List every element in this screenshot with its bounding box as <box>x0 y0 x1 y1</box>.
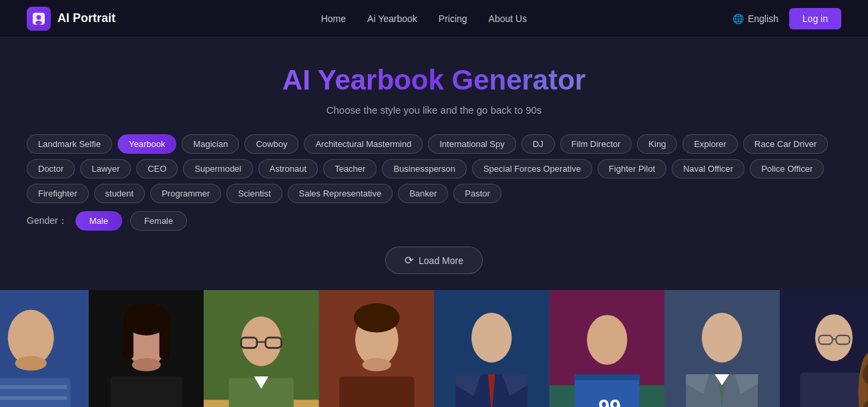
svg-point-32 <box>471 313 511 362</box>
language-label: English <box>748 13 779 24</box>
style-doctor[interactable]: Doctor <box>27 159 75 178</box>
style-sales-representative[interactable]: Sales Representative <box>288 184 393 203</box>
page-title: AI Yearbook Generator <box>27 64 841 96</box>
style-banker[interactable]: Banker <box>398 184 448 203</box>
language-button[interactable]: 🌐 English <box>732 13 779 24</box>
load-more-container: ⟳ Load More <box>27 247 841 274</box>
svg-point-29 <box>353 303 399 333</box>
svg-point-6 <box>15 356 47 371</box>
svg-rect-8 <box>0 396 67 400</box>
svg-point-1 <box>37 15 41 19</box>
nav-home[interactable]: Home <box>321 13 346 24</box>
logo-text: AI Portrait <box>57 11 116 25</box>
login-button[interactable]: Log in <box>789 8 841 29</box>
style-teacher[interactable]: Teacher <box>323 159 377 178</box>
photo-card-2[interactable] <box>89 290 204 407</box>
svg-point-28 <box>362 358 391 372</box>
gender-male[interactable]: Male <box>75 211 122 231</box>
svg-point-13 <box>132 358 160 372</box>
load-more-label: Load More <box>419 255 463 266</box>
photo-card-7[interactable] <box>664 290 780 407</box>
nav-right: 🌐 English Log in <box>732 8 841 29</box>
nav-ai-yearbook[interactable]: Ai Yearbook <box>367 13 417 24</box>
style-businessperson[interactable]: Businessperson <box>382 159 467 178</box>
style-lawyer[interactable]: Lawyer <box>80 159 131 178</box>
style-programmer[interactable]: Programmer <box>150 184 221 203</box>
globe-icon: 🌐 <box>732 13 744 24</box>
photo-card-6[interactable]: 99 <box>550 290 665 407</box>
style-scientist[interactable]: Scientist <box>226 184 282 203</box>
style-student[interactable]: student <box>94 184 146 203</box>
style-dj[interactable]: DJ <box>521 134 555 154</box>
photo-card-5[interactable] <box>434 290 550 407</box>
svg-point-51 <box>815 314 852 361</box>
style-naval-officer[interactable]: Naval Officer <box>672 159 744 178</box>
photo-card-1[interactable] <box>0 290 89 407</box>
logo[interactable]: AI Portrait <box>27 7 116 31</box>
style-cowboy[interactable]: Cowboy <box>244 134 298 154</box>
main-content: AI Yearbook Generator Choose the style y… <box>0 37 868 274</box>
gender-label: Gender： <box>27 215 67 227</box>
style-race-car-driver[interactable]: Race Car Driver <box>743 134 828 154</box>
nav-about-us[interactable]: About Us <box>489 13 527 24</box>
svg-rect-5 <box>0 378 71 407</box>
svg-rect-42 <box>574 374 639 380</box>
svg-rect-7 <box>0 385 67 388</box>
style-pills: Landmark Selfie Yearbook Magician Cowboy… <box>27 134 841 203</box>
svg-rect-15 <box>123 323 133 360</box>
gender-section: Gender： Male Female <box>27 211 841 231</box>
nav-pricing[interactable]: Pricing <box>439 13 467 24</box>
style-police-officer[interactable]: Police Officer <box>750 159 824 178</box>
photo-card-8[interactable] <box>780 290 869 407</box>
svg-point-44 <box>702 313 742 362</box>
svg-rect-27 <box>339 376 414 407</box>
style-astronaut[interactable]: Astronaut <box>258 159 318 178</box>
style-fighter-pilot[interactable]: Fighter Pilot <box>598 159 666 178</box>
logo-icon <box>27 7 51 31</box>
photo-grid-row1: 99 <box>0 290 868 407</box>
refresh-icon: ⟳ <box>405 254 413 267</box>
style-explorer[interactable]: Explorer <box>682 134 737 154</box>
style-yearbook[interactable]: Yearbook <box>118 134 176 154</box>
svg-rect-12 <box>110 376 182 407</box>
style-supermodel[interactable]: Supermodel <box>183 159 252 178</box>
gender-female[interactable]: Female <box>130 211 187 231</box>
style-ceo[interactable]: CEO <box>136 159 178 178</box>
photo-card-4[interactable] <box>319 290 435 407</box>
style-international-spy[interactable]: International Spy <box>428 134 516 154</box>
style-landmark-selfie[interactable]: Landmark Selfie <box>27 134 112 154</box>
style-special-forces[interactable]: Special Forces Operative <box>472 159 592 178</box>
svg-rect-16 <box>159 323 169 360</box>
page-subtitle: Choose the style you like and the go bac… <box>27 104 841 116</box>
style-magician[interactable]: Magician <box>182 134 239 154</box>
svg-point-39 <box>587 315 627 364</box>
nav-links: Home Ai Yearbook Pricing About Us <box>321 13 527 24</box>
style-firefighter[interactable]: Firefighter <box>27 184 89 203</box>
style-king[interactable]: King <box>637 134 677 154</box>
style-architectural-mastermind[interactable]: Architectural Mastermind <box>304 134 423 154</box>
style-pastor[interactable]: Pastor <box>453 184 501 203</box>
svg-point-2 <box>35 21 42 25</box>
load-more-button[interactable]: ⟳ Load More <box>385 247 483 274</box>
svg-rect-52 <box>800 373 861 407</box>
svg-text:99: 99 <box>598 396 621 407</box>
photo-card-3[interactable] <box>204 290 319 407</box>
style-film-director[interactable]: Film Director <box>560 134 632 154</box>
navbar: AI Portrait Home Ai Yearbook Pricing Abo… <box>0 0 868 37</box>
